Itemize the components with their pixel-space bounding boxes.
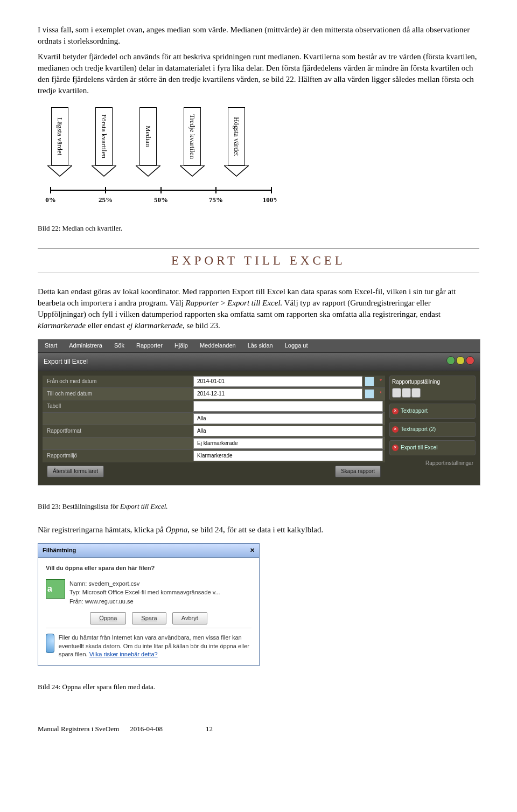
svg-marker-2 xyxy=(136,165,160,176)
form-label: Tabell xyxy=(43,401,191,411)
close-icon[interactable]: × xyxy=(392,445,399,451)
dialog-warning: Filer du hämtar från Internet kan vara a… xyxy=(59,634,251,658)
risk-link[interactable]: Vilka risker innebär detta? xyxy=(89,651,158,657)
dialog-title-text: Filhämtning xyxy=(43,546,76,554)
open-button[interactable]: Öppna xyxy=(90,612,126,624)
caption-23: Bild 23: Beställningslista för Export ti… xyxy=(38,502,479,511)
paragraph-after-23: När registreringarna hämtats, klicka på … xyxy=(38,524,479,536)
arrow-label: Högsta värdet xyxy=(228,107,245,165)
menu-item[interactable]: Logga ut xyxy=(285,342,308,350)
form-row: Tabell xyxy=(43,400,385,413)
form-label xyxy=(43,418,191,420)
side-footer[interactable]: Rapportinställningar xyxy=(389,459,476,468)
create-report-button[interactable]: Skapa rapport xyxy=(335,466,381,477)
form-row: Ej klarmarkerade xyxy=(43,438,385,450)
quartile-diagram: Lägsta värdetFörsta kvartilenMedianTredj… xyxy=(38,107,479,207)
calendar-icon[interactable] xyxy=(365,377,374,386)
svg-marker-0 xyxy=(47,165,72,176)
panel-title: Export till Excel xyxy=(44,357,88,366)
dialog-question: Vill du öppna eller spara den här filen? xyxy=(46,564,251,572)
side-panel-title: Rapportuppställning xyxy=(392,378,473,386)
form-field[interactable] xyxy=(193,401,383,412)
svg-text:50%: 50% xyxy=(154,196,168,204)
layout-icon[interactable]: ☰ xyxy=(411,388,421,398)
form-row: Alla xyxy=(43,413,385,425)
form-field[interactable]: Alla xyxy=(193,426,383,436)
percent-axis: 0%25%50%75%100% xyxy=(45,183,277,204)
form-field[interactable]: Klarmarkerade xyxy=(193,450,383,461)
form-field[interactable]: 2014-01-01 xyxy=(193,376,362,387)
svg-text:25%: 25% xyxy=(99,196,113,204)
paragraph-intro-2: Kvartil betyder fjärdedel och används fö… xyxy=(38,51,479,96)
reset-button[interactable]: Återställ formuläret xyxy=(47,466,104,477)
form-row: RapportmiljöKlarmarkerade xyxy=(43,450,385,462)
window-controls[interactable] xyxy=(445,356,474,367)
arrow-label: Lägsta värdet xyxy=(51,107,68,165)
form-label xyxy=(43,442,191,445)
form-field[interactable]: Alla xyxy=(193,413,383,424)
svg-marker-3 xyxy=(180,165,205,176)
form-label: Rapportmiljö xyxy=(43,451,191,461)
form-label: Till och med datum xyxy=(43,389,191,399)
section-title-export: EXPORT TILL EXCEL xyxy=(38,248,479,273)
layout-icon[interactable]: ▭ xyxy=(392,388,401,398)
page-footer: Manual Registrera i SveDem 2016-04-08 12 xyxy=(38,724,479,734)
menu-item[interactable]: Start xyxy=(45,342,57,350)
menu-item[interactable]: Administrera xyxy=(69,342,102,350)
svg-marker-1 xyxy=(92,165,116,176)
report-link[interactable]: ×Textrapport (2) xyxy=(392,425,473,434)
menu-item[interactable]: Hjälp xyxy=(174,342,188,350)
menu-item[interactable]: Lås sidan xyxy=(248,342,273,350)
arrow-label: Första kvartilen xyxy=(95,107,113,165)
caption-24: Bild 24: Öppna eller spara filen med dat… xyxy=(38,682,479,692)
form-field[interactable]: 2014-12-11 xyxy=(193,388,362,399)
arrow-label: Tredje kvartilen xyxy=(184,107,201,165)
shield-icon xyxy=(46,634,54,653)
arrow-label: Median xyxy=(139,107,157,165)
svg-text:75%: 75% xyxy=(209,196,223,204)
report-link[interactable]: ×Export till Excel xyxy=(392,443,473,453)
caption-22: Bild 22: Median och kvartiler. xyxy=(38,224,479,233)
excel-file-icon xyxy=(46,579,65,599)
calendar-icon[interactable] xyxy=(365,389,374,399)
close-icon[interactable]: × xyxy=(392,426,399,433)
close-icon[interactable]: ✕ xyxy=(250,546,255,554)
svg-marker-4 xyxy=(224,165,249,176)
svg-text:100%: 100% xyxy=(263,196,277,204)
menu-item[interactable]: Sök xyxy=(114,342,124,350)
file-download-dialog: Filhämtning ✕ Vill du öppna eller spara … xyxy=(38,543,260,666)
menu-item[interactable]: Rapporter xyxy=(136,342,163,350)
form-label: Rapportformat xyxy=(43,426,191,436)
form-row: Till och med datum2014-12-11* xyxy=(43,388,385,400)
form-row: RapportformatAlla xyxy=(43,425,385,438)
form-row: Från och med datum2014-01-01* xyxy=(43,376,385,388)
form-field[interactable]: Ej klarmarkerade xyxy=(193,438,383,449)
paragraph-intro-1: I vissa fall, som i exemplet ovan, anges… xyxy=(38,24,479,47)
screenshot-export-form: StartAdministreraSökRapporterHjälpMeddel… xyxy=(38,339,480,485)
form-label: Från och med datum xyxy=(43,377,191,386)
save-button[interactable]: Spara xyxy=(132,612,166,624)
svg-text:0%: 0% xyxy=(45,196,56,204)
paragraph-export: Detta kan endast göras av lokal koordina… xyxy=(38,286,479,331)
cancel-button[interactable]: Avbryt xyxy=(172,612,207,624)
layout-icon[interactable]: ▭ xyxy=(402,388,411,398)
menu-item[interactable]: Meddelanden xyxy=(200,342,236,350)
report-link[interactable]: ×Textrapport xyxy=(392,406,473,416)
close-icon[interactable]: × xyxy=(392,408,399,414)
